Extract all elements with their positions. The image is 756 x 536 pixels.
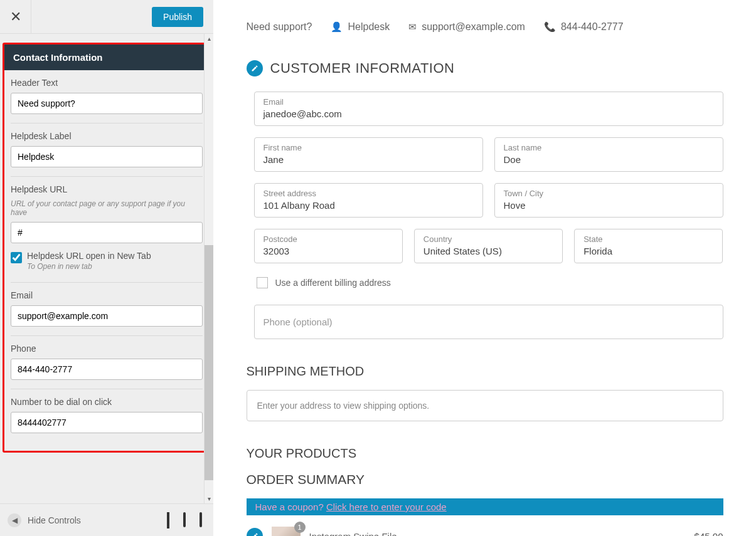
panel-title: Contact Information: [4, 45, 209, 70]
coupon-link-text: Click here to enter your code: [326, 502, 447, 512]
mail-icon: ✉: [408, 21, 417, 33]
phone-label: Phone: [11, 344, 203, 354]
coupon-bar[interactable]: Have a coupon? Click here to enter your …: [247, 498, 723, 515]
helpdesk-url-help: URL of your contact page or any support …: [11, 199, 203, 217]
email-label: Email: [11, 290, 203, 300]
email-input[interactable]: [11, 305, 203, 327]
product-row: 1 Instagram Swipe File $45.00: [247, 523, 723, 536]
helpdesk-label-input[interactable]: [11, 146, 203, 167]
highlighted-panel: Contact Information Header Text Helpdesk…: [3, 43, 211, 453]
support-need-text: Need support?: [247, 21, 312, 33]
preview-pane: Need support? 👤 Helpdesk ✉ support@examp…: [213, 0, 756, 536]
dial-input[interactable]: [11, 412, 203, 433]
helpdesk-url-input[interactable]: [11, 222, 203, 243]
shipping-placeholder-box: Enter your address to view shipping opti…: [247, 390, 723, 421]
order-summary-heading: ORDER SUMMARY: [247, 472, 723, 487]
edit-customer-info-button[interactable]: [247, 60, 263, 76]
sidebar-scrollbar[interactable]: ▴ ▾: [204, 34, 213, 503]
billing-label: Use a different billing address: [275, 278, 391, 288]
device-tablet-icon[interactable]: [183, 513, 186, 527]
close-button[interactable]: ✕: [0, 0, 31, 34]
hide-controls-icon: ◀: [8, 513, 21, 527]
product-price: $45.00: [695, 531, 723, 537]
city-field[interactable]: Town / City Hove: [494, 183, 723, 218]
shipping-method-heading: SHIPPING METHOD: [247, 364, 723, 379]
your-products-heading: YOUR PRODUCTS: [247, 446, 723, 461]
sidebar-scroll-area: Contact Information Header Text Helpdesk…: [0, 34, 213, 503]
support-helpdesk-link[interactable]: 👤 Helpdesk: [331, 21, 390, 33]
hide-controls-label: Hide Controls: [28, 515, 81, 525]
helpdesk-label-label: Helpdesk Label: [11, 131, 203, 141]
publish-button[interactable]: Publish: [152, 7, 203, 27]
dial-label: Number to be dial on click: [11, 397, 203, 407]
phone-input[interactable]: [11, 359, 203, 380]
sidebar-footer: ◀ Hide Controls: [0, 503, 213, 536]
newtab-help: To Open in new tab: [27, 262, 151, 271]
newtab-label: Helpdesk URL open in New Tab: [27, 251, 151, 261]
scroll-down-arrow[interactable]: ▾: [205, 494, 213, 503]
lastname-field[interactable]: Last name Doe: [494, 137, 723, 172]
sidebar-top-bar: ✕ Publish: [0, 0, 213, 34]
support-phone-link[interactable]: 📞 844-440-2777: [544, 21, 624, 33]
helpdesk-url-label: Helpdesk URL: [11, 184, 203, 194]
edit-product-button[interactable]: [247, 528, 263, 536]
product-thumbnail: 1: [272, 527, 301, 536]
scroll-thumb[interactable]: [205, 245, 213, 480]
phone-field[interactable]: Phone (optional): [254, 305, 723, 339]
customizer-sidebar: ✕ Publish Contact Information Header Tex…: [0, 0, 213, 536]
email-field-label: Email: [264, 97, 714, 107]
country-field[interactable]: Country United States (US): [414, 229, 563, 263]
support-email-link[interactable]: ✉ support@example.com: [408, 21, 525, 33]
user-icon: 👤: [331, 21, 343, 33]
firstname-field[interactable]: First name Jane: [254, 137, 483, 172]
pencil-icon: [251, 65, 258, 72]
email-field-value: janedoe@abc.com: [264, 108, 714, 119]
device-mobile-icon[interactable]: [200, 513, 202, 527]
email-field[interactable]: Email janedoe@abc.com: [254, 92, 723, 126]
header-text-label: Header Text: [11, 78, 203, 88]
product-qty-badge: 1: [294, 522, 306, 533]
customer-info-heading: CUSTOMER INFORMATION: [270, 60, 455, 76]
phone-placeholder: Phone (optional): [264, 317, 333, 327]
postcode-field[interactable]: Postcode 32003: [254, 229, 403, 263]
billing-checkbox[interactable]: [257, 277, 268, 288]
street-field[interactable]: Street address 101 Albany Road: [254, 183, 483, 218]
pencil-icon: [251, 532, 258, 536]
newtab-checkbox[interactable]: [11, 252, 22, 263]
state-field[interactable]: State Florida: [574, 229, 723, 263]
phone-icon: 📞: [544, 21, 556, 33]
header-text-input[interactable]: [11, 93, 203, 114]
product-name: Instagram Swipe File: [309, 531, 686, 537]
support-bar: Need support? 👤 Helpdesk ✉ support@examp…: [247, 19, 723, 35]
device-desktop-icon[interactable]: [167, 513, 169, 527]
hide-controls-button[interactable]: ◀ Hide Controls: [8, 513, 81, 527]
scroll-up-arrow[interactable]: ▴: [205, 34, 213, 43]
